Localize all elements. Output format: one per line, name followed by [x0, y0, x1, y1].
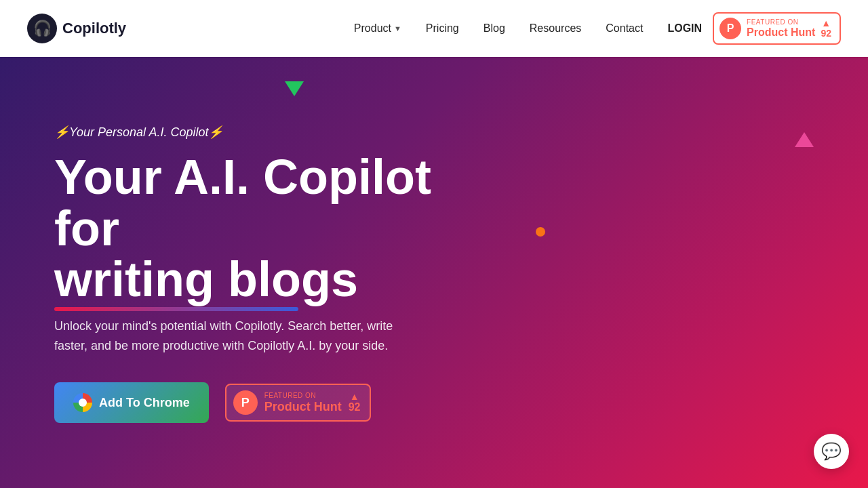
- add-to-chrome-button[interactable]: Add To Chrome: [54, 382, 209, 423]
- chat-icon: 💬: [821, 442, 842, 461]
- logo-icon: 🎧: [27, 14, 57, 43]
- hero-title-line2: writing blogs: [54, 252, 358, 306]
- login-button[interactable]: LOGIN: [667, 22, 702, 35]
- dot-orange-decoration: [536, 227, 545, 237]
- title-underline-decoration: [54, 307, 298, 311]
- nav-actions: LOGIN P FEATURED ON Product Hunt ▲ 92: [667, 12, 841, 45]
- navbar: 🎧 Copilotly Product ▼ Pricing Blog Resou…: [0, 0, 868, 57]
- nav-contact[interactable]: Contact: [606, 22, 643, 35]
- hero-actions: Add To Chrome P FEATURED ON Product Hunt…: [54, 382, 461, 423]
- ph-badge-text-hero: FEATURED ON Product Hunt: [264, 392, 342, 414]
- logo[interactable]: 🎧 Copilotly: [27, 14, 126, 43]
- nav-links: Product ▼ Pricing Blog Resources Contact: [354, 22, 644, 35]
- hero-section: ⚡Your Personal A.I. Copilot⚡ Your A.I. C…: [0, 0, 868, 488]
- nav-product[interactable]: Product ▼: [354, 22, 401, 35]
- hero-content: ⚡Your Personal A.I. Copilot⚡ Your A.I. C…: [0, 57, 515, 464]
- logo-text: Copilotly: [62, 20, 126, 37]
- ph-logo-hero: P: [233, 390, 258, 415]
- ph-badge-text-nav: FEATURED ON Product Hunt: [747, 18, 815, 39]
- hero-tagline: ⚡Your Personal A.I. Copilot⚡: [54, 125, 461, 140]
- triangle-pink-decoration: [795, 132, 814, 147]
- ph-count-nav: ▲ 92: [821, 18, 831, 39]
- chevron-down-icon: ▼: [394, 24, 401, 33]
- producthunt-badge-nav[interactable]: P FEATURED ON Product Hunt ▲ 92: [713, 12, 841, 45]
- nav-pricing[interactable]: Pricing: [426, 22, 459, 35]
- upvote-arrow-hero-icon: ▲: [350, 392, 359, 401]
- hero-description: Unlock your mind's potential with Copilo…: [54, 317, 407, 356]
- nav-blog[interactable]: Blog: [484, 22, 505, 35]
- nav-resources[interactable]: Resources: [530, 22, 581, 35]
- ph-logo-nav: P: [719, 18, 741, 39]
- upvote-arrow-icon: ▲: [821, 18, 831, 28]
- hero-title: Your A.I. Copilot for writing blogs: [54, 152, 461, 306]
- producthunt-badge-hero[interactable]: P FEATURED ON Product Hunt ▲ 92: [225, 384, 372, 422]
- chat-widget-button[interactable]: 💬: [814, 434, 849, 469]
- chrome-icon: [73, 393, 92, 412]
- ph-count-hero: ▲ 92: [349, 392, 361, 413]
